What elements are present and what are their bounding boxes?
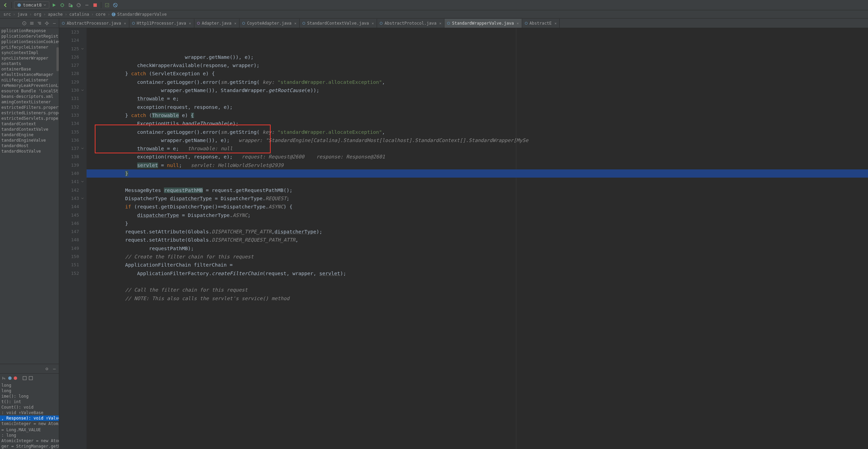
structure-item[interactable]: syncContextImpl <box>0 50 59 55</box>
editor-tab[interactable]: StandardContextValve.java× <box>300 19 377 28</box>
code-line[interactable]: wrapper.getName()), StandardWrapper.getR… <box>87 86 868 94</box>
structure-item[interactable]: reMemoryLeakPreventionList <box>0 83 59 88</box>
target-icon[interactable] <box>21 20 27 26</box>
code-line[interactable]: // Call the filter chain for this reques… <box>87 286 868 294</box>
structure-item[interactable]: tandardContextValve <box>0 127 59 132</box>
breadcrumb-item[interactable]: org <box>33 12 42 17</box>
breadcrumb-item[interactable]: StandardWrapperValve <box>117 12 168 17</box>
red-dot-icon[interactable] <box>14 376 17 380</box>
structure-item[interactable]: tandardEngine <box>0 132 59 138</box>
structure-item[interactable]: amingContextListener <box>0 99 59 105</box>
editor-tab[interactable]: StandardWrapperValve.java× <box>444 19 522 28</box>
gear-icon[interactable] <box>44 366 50 372</box>
code-line[interactable]: if (request.getDispatcherType()==Dispatc… <box>87 203 868 211</box>
member-item[interactable]: , Response): void ↑Valve <box>0 415 59 421</box>
expand-all-icon[interactable] <box>29 20 35 26</box>
stop-icon[interactable] <box>92 2 99 9</box>
code-line[interactable]: // Create the filter chain for this requ… <box>87 253 868 261</box>
code-area[interactable]: wrapper.getName()), e); checkWrapperAvai… <box>87 28 868 449</box>
fold-icon[interactable] <box>80 88 85 92</box>
structure-item[interactable]: onstants <box>0 61 59 66</box>
member-item[interactable]: AtomicInteger = new Atomic <box>0 438 59 444</box>
structure-item[interactable]: beans-descriptors.xml <box>0 94 59 99</box>
breadcrumb-item[interactable]: src <box>3 12 12 17</box>
structure-item[interactable]: pplicationSessionCookieCon <box>0 39 59 44</box>
members-list[interactable]: longlongime(): longt(): intCount(): void… <box>0 383 59 449</box>
fold-icon[interactable] <box>80 196 85 201</box>
editor-tab[interactable]: Adapter.java× <box>194 19 239 28</box>
profile-icon[interactable] <box>75 2 82 9</box>
branch-icon[interactable] <box>2 376 6 380</box>
structure-item[interactable]: tandardContext <box>0 121 59 127</box>
back-icon[interactable] <box>2 2 9 9</box>
structure-item[interactable]: prLifecycleListener <box>0 44 59 50</box>
editor-tab[interactable]: AbstractProcessor.java× <box>59 19 129 28</box>
code-line[interactable]: } <box>87 169 868 178</box>
no-entry-icon[interactable] <box>112 2 119 9</box>
structure-item[interactable]: esource Bundle 'LocalStrin <box>0 88 59 94</box>
code-line[interactable]: DispatcherType dispatcherType = Dispatch… <box>87 194 868 203</box>
code-line[interactable]: wrapper.getName()), e); wrapper: "Standa… <box>87 136 868 144</box>
fold-icon[interactable] <box>80 180 85 184</box>
hide-icon[interactable]: — <box>51 366 57 372</box>
blue-dot-icon[interactable] <box>8 376 12 380</box>
code-line[interactable]: throwable = e; <box>87 94 868 103</box>
code-line[interactable]: servlet = null; servlet: HelloWorldServl… <box>87 161 868 169</box>
structure-item[interactable]: efaultInstanceManager <box>0 72 59 77</box>
structure-item[interactable]: ontainerBase <box>0 66 59 72</box>
member-item[interactable]: : long <box>0 433 59 438</box>
editor-tab[interactable]: AbstractE× <box>522 19 560 28</box>
member-item[interactable]: tomicInteger = new AtomicI <box>0 421 59 426</box>
code-line[interactable]: requestPathMB); <box>87 244 868 253</box>
code-line[interactable]: exception(request, response, e); <box>87 103 868 111</box>
scrollbar-thumb[interactable] <box>56 47 59 71</box>
update-icon[interactable] <box>104 2 111 9</box>
close-icon[interactable]: × <box>189 21 191 26</box>
close-icon[interactable]: × <box>372 21 374 26</box>
member-item[interactable]: ime(): long <box>0 394 59 399</box>
code-line[interactable] <box>87 178 868 186</box>
code-line[interactable]: // NOTE: This also calls the servlet's s… <box>87 294 868 303</box>
editor-tab[interactable]: CoyoteAdapter.java× <box>239 19 300 28</box>
code-line[interactable] <box>87 278 868 286</box>
code-line[interactable]: container.getLogger().error(sm.getString… <box>87 78 868 86</box>
editor-tab[interactable]: AbstractProtocol.java× <box>377 19 444 28</box>
collapse-all-icon[interactable] <box>36 20 42 26</box>
debug-icon[interactable] <box>59 2 66 9</box>
code-line[interactable]: wrapper.getName()), e); <box>87 53 868 61</box>
close-icon[interactable]: × <box>517 21 519 26</box>
coverage-icon[interactable] <box>67 2 74 9</box>
breadcrumb-item[interactable]: core <box>95 12 106 17</box>
close-icon[interactable]: × <box>234 21 236 26</box>
fold-icon[interactable] <box>80 47 85 51</box>
filter-icon[interactable] <box>23 376 27 380</box>
close-icon[interactable]: × <box>439 21 442 26</box>
code-line[interactable]: ApplicationFilterChain filterChain = <box>87 261 868 269</box>
close-icon[interactable]: × <box>555 21 557 26</box>
structure-item[interactable]: tandardHostValve <box>0 149 59 154</box>
breadcrumb-item[interactable]: apache <box>47 12 63 17</box>
close-icon[interactable]: × <box>124 21 126 26</box>
fold-icon[interactable] <box>80 146 85 151</box>
editor-tab[interactable]: Http11Processor.java× <box>129 19 194 28</box>
member-item[interactable]: long <box>0 388 59 394</box>
more-run-icon[interactable] <box>83 2 90 9</box>
close-icon[interactable]: × <box>294 21 297 26</box>
member-item[interactable]: : void ↑ValveBase <box>0 410 59 415</box>
code-line[interactable]: request.setAttribute(Globals.DISPATCHER_… <box>87 236 868 244</box>
code-line[interactable]: ApplicationFilterFactory.createFilterCha… <box>87 269 868 278</box>
structure-item[interactable]: estrictedFilters.propertie <box>0 105 59 110</box>
structure-item[interactable]: tandardEngineValve <box>0 138 59 143</box>
member-item[interactable]: t(): int <box>0 399 59 405</box>
gear-icon[interactable] <box>44 20 50 26</box>
breadcrumb-item[interactable]: catalina <box>69 12 90 17</box>
code-line[interactable]: ExceptionUtils.handleThrowable(e); <box>87 119 868 128</box>
structure-item[interactable]: niLifecycleListener <box>0 77 59 83</box>
code-line[interactable]: } <box>87 219 868 228</box>
member-item[interactable]: Count(): void <box>0 405 59 410</box>
run-icon[interactable] <box>51 2 57 9</box>
filter2-icon[interactable] <box>29 376 33 380</box>
code-line[interactable]: MessageBytes requestPathMB = request.get… <box>87 186 868 194</box>
code-line[interactable]: throwable = e; throwable: null <box>87 144 868 153</box>
structure-item[interactable]: syncListenerWrapper <box>0 55 59 61</box>
